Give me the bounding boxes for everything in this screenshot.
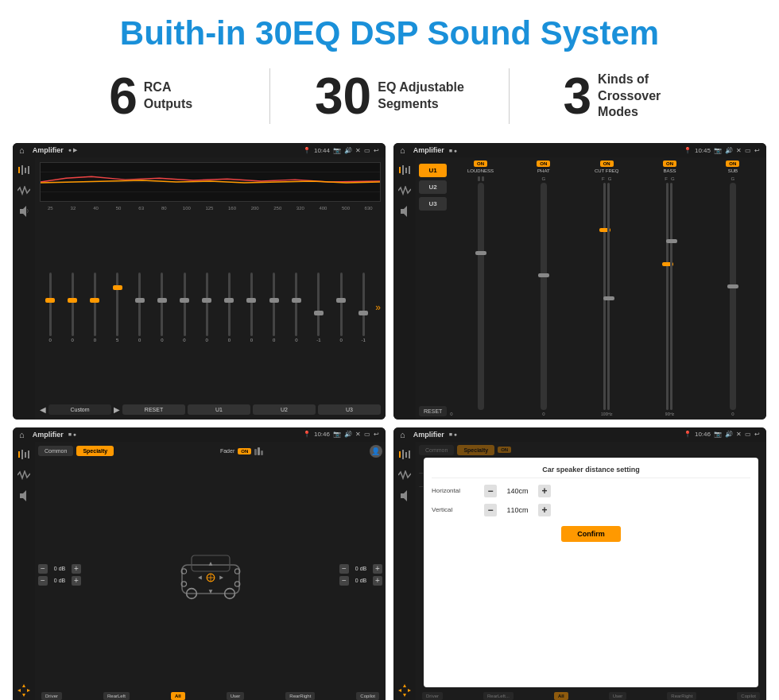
sub-on[interactable]: ON [726,160,739,167]
slider-12[interactable]: -1 [308,215,329,401]
vertical-plus[interactable]: + [538,504,551,516]
horizontal-minus[interactable]: − [484,485,497,497]
page-title: Buith-in 30EQ DSP Sound System [0,0,779,60]
eq-bottom-controls: ◀ Custom ▶ RESET U1 U2 U3 [40,404,381,415]
expand-icon[interactable]: » [375,302,381,313]
slider-6[interactable]: 0 [174,215,195,401]
slider-8[interactable]: 0 [219,215,239,401]
slider-9[interactable]: 0 [241,215,262,401]
common-tab[interactable]: Common [38,446,73,456]
reset-btn-2[interactable]: RESET [419,406,447,416]
home-icon-2[interactable]: ⌂ [400,145,405,155]
home-icon-3[interactable]: ⌂ [19,430,25,439]
vertical-minus[interactable]: − [484,504,497,516]
speaker-icon-3[interactable] [17,489,30,502]
dialog-title: Car speaker distance setting [432,466,750,478]
back-icon-4[interactable]: ↩ [754,431,760,438]
next-arrow[interactable]: ▶ [114,405,120,414]
loudness-slider[interactable] [478,183,484,410]
stat-number-rca: 6 [109,71,138,122]
slider-11[interactable]: 0 [286,215,307,401]
confirm-button[interactable]: Confirm [561,526,621,542]
u3-btn-1[interactable]: U3 [318,404,381,415]
freq-32: 32 [63,206,84,211]
bottom-labels: Driver RearLeft All User RearRight Copil… [38,692,382,700]
eq-icon-2[interactable] [398,164,411,176]
slider-5[interactable]: 0 [152,215,172,401]
phat-on[interactable]: ON [537,160,550,167]
slider-0[interactable]: 0 [40,215,60,401]
u3-btn[interactable]: U3 [419,197,447,211]
u1-btn[interactable]: U1 [419,164,447,177]
prev-arrow[interactable]: ◀ [40,405,46,414]
reset-btn-1[interactable]: RESET [122,404,185,415]
svg-marker-45 [398,689,401,692]
eq-icon-3[interactable] [17,448,30,461]
rearleft-btn[interactable]: RearLeft [103,692,130,700]
cutfreq-label: CUT FREQ [595,168,619,173]
home-icon[interactable]: ⌂ [19,145,25,155]
speaker-icon-1[interactable]: ) [17,205,30,218]
plus-3[interactable]: + [373,564,382,574]
wave-icon-1[interactable] [17,186,30,195]
eq-icon-4[interactable] [398,448,411,461]
u1-btn-1[interactable]: U1 [188,404,250,415]
phat-slider[interactable] [541,183,547,410]
minus-1[interactable]: − [38,564,48,574]
cutfreq-on[interactable]: ON [600,160,614,167]
u2-btn-1[interactable]: U2 [253,404,316,415]
arrows-icon[interactable] [17,684,30,697]
vol-val-2: 0 dB [50,578,69,583]
home-icon-4[interactable]: ⌂ [400,430,405,439]
minus-4[interactable]: − [339,576,349,586]
screen2-title: Amplifier [413,146,444,154]
bass-on[interactable]: ON [663,160,676,167]
speaker-icon-4[interactable] [398,489,411,502]
fader-on[interactable]: ON [238,448,251,454]
rearright-btn[interactable]: RearRight [285,692,315,700]
screen-amp2: ⌂ Amplifier ■ ● 📍 10:45 📷 🔊 ✕ ▭ ↩ [393,143,766,420]
sub-slider[interactable] [730,183,736,410]
wave-icon-3[interactable] [17,470,30,480]
back-icon-1[interactable]: ↩ [374,147,379,154]
slider-3[interactable]: 5 [107,215,127,401]
eq-icon-1[interactable] [17,164,30,176]
loudness-on[interactable]: ON [474,160,487,167]
arrows-icon-4[interactable] [398,684,411,697]
slider-13[interactable]: 0 [331,215,351,401]
back-icon-2[interactable]: ↩ [754,147,760,154]
specialty-tab[interactable]: Specialty [76,446,114,456]
back-icon-3[interactable]: ↩ [374,431,379,438]
svg-marker-20 [22,694,25,697]
stat-number-eq: 30 [315,71,371,122]
driver-btn[interactable]: Driver [41,692,62,700]
all-btn[interactable]: All [171,692,185,700]
plus-1[interactable]: + [72,564,81,574]
slider-14[interactable]: -1 [353,215,374,401]
stat-label-eq: EQ AdjustableSegments [378,79,464,113]
speaker-icon-2[interactable] [398,205,411,218]
status-right-1: 📍 10:44 📷 🔊 ✕ ▭ ↩ [303,147,379,154]
wave-icon-4[interactable] [398,470,411,480]
copilot-btn[interactable]: Copilot [356,692,379,700]
horizontal-plus[interactable]: + [538,485,551,497]
custom-btn[interactable]: Custom [48,404,111,415]
slider-7[interactable]: 0 [196,215,217,401]
svg-marker-34 [208,562,212,566]
plus-4[interactable]: + [373,576,382,586]
slider-10[interactable]: 0 [264,215,285,401]
rect-icon-4: ▭ [745,431,751,438]
bass-slider[interactable] [666,183,672,410]
wave-icon-2[interactable] [398,186,411,195]
minus-3[interactable]: − [339,564,349,574]
plus-2[interactable]: + [72,576,81,586]
rearright-btn-4: RearRight [667,692,696,700]
slider-1[interactable]: 0 [62,215,83,401]
slider-4[interactable]: 0 [130,215,150,401]
u2-btn[interactable]: U2 [419,180,447,194]
slider-2[interactable]: 0 [84,215,105,401]
sub-label: SUB [728,168,738,173]
user-btn[interactable]: User [227,692,245,700]
minus-2[interactable]: − [38,576,48,586]
cutfreq-slider[interactable] [603,183,610,410]
